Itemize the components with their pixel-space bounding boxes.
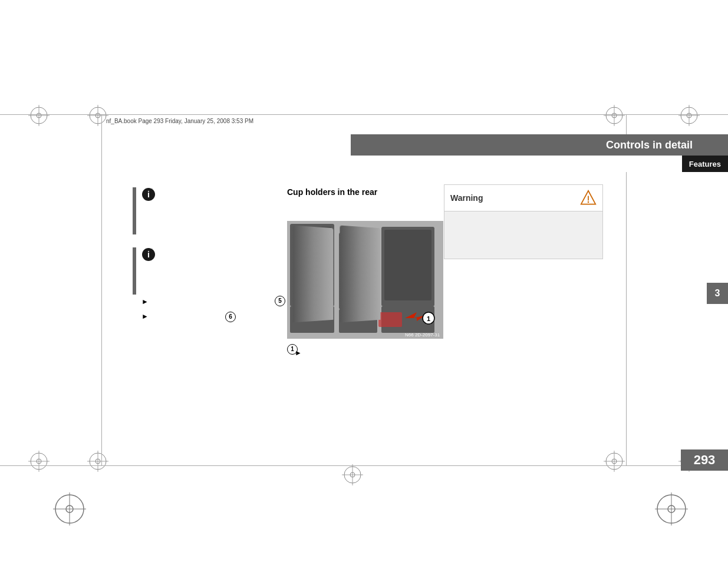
svg-rect-54 bbox=[339, 309, 377, 333]
cup-holders-title: Cup holders in the rear bbox=[287, 187, 377, 197]
reg-mark-tr-inner bbox=[604, 105, 625, 126]
features-bar: Features bbox=[351, 156, 728, 172]
info-icon-2: i bbox=[141, 247, 156, 262]
warning-title: Warning bbox=[450, 193, 483, 203]
page-number-tab: 293 bbox=[681, 449, 728, 471]
arrow-marker-3: ► bbox=[295, 349, 302, 357]
info-bar-1 bbox=[133, 187, 136, 234]
svg-text:N66 2D-2097-31: N66 2D-2097-31 bbox=[405, 332, 440, 338]
callout-6: 6 bbox=[225, 310, 236, 322]
svg-rect-58 bbox=[378, 312, 402, 327]
reg-mark-tl-outer bbox=[28, 105, 50, 126]
reg-mark-br-inner bbox=[604, 451, 625, 472]
hr-top bbox=[0, 114, 728, 115]
warning-body bbox=[444, 211, 602, 259]
warning-triangle-icon bbox=[580, 190, 597, 206]
reg-mark-center-bottom bbox=[342, 464, 363, 485]
svg-rect-49 bbox=[290, 224, 334, 306]
arrow-marker-1: ► bbox=[141, 297, 149, 306]
reg-mark-tr-outer bbox=[678, 105, 700, 126]
vr-left bbox=[101, 114, 102, 466]
warning-box: Warning bbox=[444, 184, 603, 259]
svg-rect-51 bbox=[290, 306, 334, 333]
reg-mark-tl-inner bbox=[87, 105, 108, 126]
reg-mark-bl-big bbox=[53, 492, 86, 525]
reg-mark-bl-inner bbox=[87, 451, 108, 472]
header-title: Controls in detail bbox=[606, 139, 693, 151]
warning-header: Warning bbox=[444, 185, 602, 211]
svg-rect-50 bbox=[293, 227, 331, 300]
section-tab: 3 bbox=[707, 283, 728, 304]
svg-point-65 bbox=[588, 201, 589, 203]
svg-rect-56 bbox=[384, 230, 431, 300]
svg-rect-53 bbox=[342, 236, 374, 303]
svg-rect-52 bbox=[339, 233, 377, 309]
file-info: nf_BA.book Page 293 Friday, January 25, … bbox=[106, 118, 253, 124]
svg-text:i: i bbox=[147, 250, 150, 259]
callout-5: 5 bbox=[275, 295, 285, 306]
reg-mark-br-big bbox=[655, 492, 688, 525]
reg-mark-bl-outer bbox=[28, 451, 50, 472]
features-label: Features bbox=[682, 156, 728, 172]
arrow-marker-2: ► bbox=[141, 312, 149, 320]
header-bar: Controls in detail bbox=[351, 134, 728, 156]
svg-text:1: 1 bbox=[427, 315, 430, 322]
svg-text:i: i bbox=[147, 190, 150, 199]
info-icon-1: i bbox=[141, 187, 156, 201]
hr-bottom bbox=[0, 465, 728, 466]
info-bar-2 bbox=[133, 247, 136, 295]
seat-image: 1 N66 2D-2097-31 bbox=[287, 221, 443, 339]
